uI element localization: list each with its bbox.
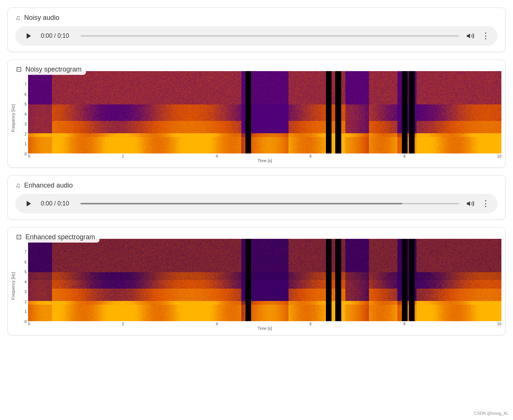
- enhanced-progress-fill: [80, 203, 402, 204]
- image-icon-enhanced: ⊡: [16, 233, 22, 241]
- enhanced-y-ticks: 7 6 5 4 3 2 1 0: [18, 250, 28, 324]
- enhanced-x-axis: 0 2 4 6 8 10: [28, 321, 501, 326]
- noisy-more-button[interactable]: ⋮: [482, 31, 490, 41]
- watermark: CSDN @loong_XL: [474, 411, 509, 416]
- enhanced-spectrogram-card: ⊡ Enhanced spectrogram Frequency [Hz] 7 …: [7, 227, 506, 335]
- noisy-y-axis-label: Frequency [Hz]: [10, 71, 18, 165]
- noisy-volume-button[interactable]: [465, 31, 476, 41]
- noisy-progress-bar[interactable]: [80, 35, 459, 37]
- svg-marker-0: [27, 33, 31, 39]
- noisy-audio-title: Noisy audio: [24, 14, 59, 22]
- enhanced-audio-title: Enhanced audio: [24, 182, 73, 189]
- enhanced-spectrogram-header: ⊡ Enhanced spectrogram: [13, 231, 100, 243]
- noisy-x-axis: 0 2 4 6 8 10: [28, 153, 501, 158]
- enhanced-audio-label: ♫ Enhanced audio: [15, 182, 498, 189]
- enhanced-spectrogram-inner: 7 6 5 4 3 2 1 0 0 2 4 6 8: [18, 239, 501, 333]
- enhanced-play-button[interactable]: [23, 198, 35, 210]
- noisy-spectrogram-title: Noisy spectrogram: [25, 66, 82, 73]
- noisy-spectrogram-card: ⊡ Noisy spectrogram Frequency [Hz] 7 6 5…: [7, 60, 506, 168]
- enhanced-spectrogram-title: Enhanced spectrogram: [25, 233, 95, 241]
- music-icon-enhanced: ♫: [15, 182, 21, 189]
- noisy-play-button[interactable]: [23, 30, 35, 42]
- noisy-y-ticks: 7 6 5 4 3 2 1 0: [18, 82, 28, 156]
- enhanced-x-axis-label: Time [s]: [28, 326, 501, 331]
- enhanced-more-button[interactable]: ⋮: [482, 199, 490, 209]
- enhanced-canvas: [28, 239, 501, 321]
- music-icon-noisy: ♫: [15, 14, 21, 22]
- svg-marker-2: [27, 201, 31, 207]
- noisy-spectrogram-header: ⊡ Noisy spectrogram: [13, 64, 86, 75]
- enhanced-volume-button[interactable]: [465, 198, 476, 209]
- svg-marker-3: [467, 201, 470, 206]
- noisy-audio-card: ♫ Noisy audio 0:00 / 0:10 ⋮: [7, 7, 506, 52]
- svg-marker-1: [467, 34, 470, 39]
- noisy-time-display: 0:00 / 0:10: [41, 33, 74, 39]
- enhanced-spectrogram-wrapper: Frequency [Hz] 7 6 5 4 3 2 1 0 0 2: [10, 239, 501, 333]
- noisy-x-axis-label: Time [s]: [28, 158, 501, 163]
- noisy-canvas: [28, 71, 501, 153]
- enhanced-time-display: 0:00 / 0:10: [41, 200, 74, 207]
- enhanced-audio-card: ♫ Enhanced audio 0:00 / 0:10 ⋮: [7, 175, 506, 220]
- enhanced-progress-bar[interactable]: [80, 203, 459, 204]
- enhanced-audio-player: 0:00 / 0:10 ⋮: [15, 194, 498, 213]
- noisy-spectrogram-wrapper: Frequency [Hz] 7 6 5 4 3 2 1 0 0 2: [10, 71, 501, 165]
- noisy-audio-player: 0:00 / 0:10 ⋮: [15, 26, 498, 46]
- noisy-spectrogram-canvas: [28, 71, 501, 153]
- noisy-spectrogram-inner: 7 6 5 4 3 2 1 0 0 2 4 6 8: [18, 71, 501, 165]
- enhanced-spectrogram-canvas: [28, 239, 501, 321]
- enhanced-y-axis-label: Frequency [Hz]: [10, 239, 18, 333]
- noisy-audio-label: ♫ Noisy audio: [15, 14, 498, 22]
- image-icon-noisy: ⊡: [16, 65, 22, 73]
